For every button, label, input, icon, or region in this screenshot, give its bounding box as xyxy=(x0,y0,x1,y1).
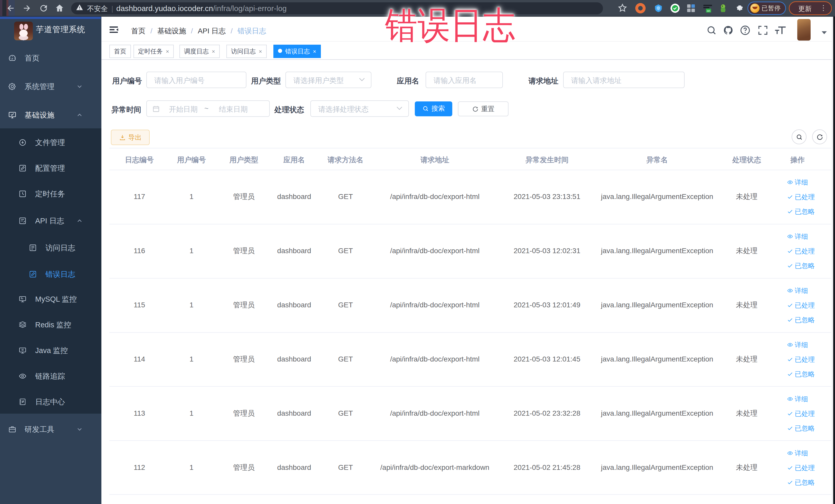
svg-text:on: on xyxy=(707,9,710,12)
